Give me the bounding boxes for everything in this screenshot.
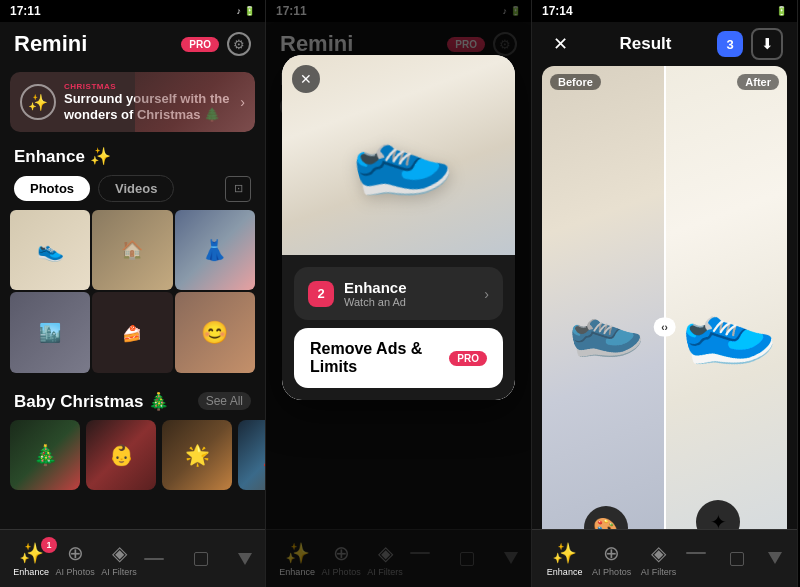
recents-btn-1[interactable]: [194, 552, 208, 566]
status-time-1: 17:11: [10, 4, 41, 18]
enhance-nav-label-1: Enhance: [13, 567, 49, 577]
battery-icon-3: 🔋: [776, 6, 787, 16]
recents-btn-3[interactable]: [730, 552, 744, 566]
music-icon: ♪: [237, 6, 242, 16]
status-bar-1: 17:11 ♪ 🔋: [0, 0, 265, 22]
before-shoe-image: 👟: [559, 283, 648, 369]
result-header: ✕ Result 3 ⬇: [532, 22, 797, 66]
ai-filters-nav-label-3: AI Filters: [641, 567, 677, 577]
baby-header-1: Baby Christmas 🎄 See All: [0, 383, 265, 416]
photo-thumb-black[interactable]: [92, 292, 172, 372]
header-right-1: PRO ⚙: [181, 32, 251, 56]
nav-enhance-3[interactable]: ✨ Enhance: [547, 541, 583, 577]
panel-3-result: 17:14 🔋 ✕ Result 3 ⬇ Before 👟 After 👟 ‹›…: [532, 0, 798, 587]
photo-thumb-selfie[interactable]: [175, 292, 255, 372]
baby-thumb-1[interactable]: [10, 420, 80, 490]
battery-icon: 🔋: [244, 6, 255, 16]
photos-pill[interactable]: Photos: [14, 176, 90, 201]
result-title: Result: [620, 34, 672, 54]
remove-ads-pro-badge: PRO: [449, 351, 487, 366]
enhance-action-title: Enhance: [344, 279, 474, 296]
status-icons-1: ♪ 🔋: [237, 6, 256, 16]
modal-actions: 2 Enhance Watch an Ad › Remove Ads &Limi…: [282, 255, 515, 400]
monitor-icon[interactable]: ⊡: [225, 176, 251, 202]
nav-ai-photos-3[interactable]: ⊕ AI Photos: [592, 541, 631, 577]
after-label: After: [737, 74, 779, 90]
enhance-nav-label-3: Enhance: [547, 567, 583, 577]
enhance-action-sub: Watch an Ad: [344, 296, 474, 308]
enhance-arrow-icon: ›: [484, 286, 489, 302]
nav-badge-1: 1: [41, 537, 57, 553]
status-bar-3: 17:14 🔋: [532, 0, 797, 22]
baby-grid-1: [0, 416, 265, 494]
ai-photos-nav-label-3: AI Photos: [592, 567, 631, 577]
home-gesture-1: [144, 558, 164, 560]
remove-ads-btn[interactable]: Remove Ads &Limits PRO: [294, 328, 503, 388]
ai-photos-nav-icon-3: ⊕: [603, 541, 620, 565]
settings-icon-1[interactable]: ⚙: [227, 32, 251, 56]
result-header-btns: 3 ⬇: [717, 28, 783, 60]
enhance-header-1: Enhance ✨: [0, 138, 265, 171]
back-btn-3[interactable]: [768, 552, 782, 564]
ai-filters-nav-icon-1: ◈: [112, 541, 127, 565]
banner-bg-1: [135, 72, 255, 132]
baby-emoji-icon: 🎄: [148, 392, 169, 411]
home-gesture-3: [686, 552, 706, 554]
panel-2-modal: 17:11 ♪ 🔋 Remini PRO ⚙ En P ✕ 👟: [266, 0, 532, 587]
modal-close-btn[interactable]: ✕: [292, 65, 320, 93]
photo-thumb-shoe[interactable]: [10, 210, 90, 290]
nav-ai-photos-1[interactable]: ⊕ AI Photos: [56, 541, 95, 577]
see-all-btn[interactable]: See All: [198, 392, 251, 410]
shoe-image: 👟: [338, 97, 459, 214]
bottom-nav-3: ✨ Enhance ⊕ AI Photos ◈ AI Filters: [532, 529, 797, 587]
before-label: Before: [550, 74, 601, 90]
ai-filters-nav-icon-3: ◈: [651, 541, 666, 565]
enhance-nav-icon-3: ✨: [552, 541, 577, 565]
baby-section-1: Baby Christmas 🎄 See All: [0, 377, 265, 494]
ai-filters-nav-label-1: AI Filters: [101, 567, 137, 577]
banner-1[interactable]: ✨ CHRISTMAS Surround yourself with the w…: [10, 72, 255, 132]
nav-ai-filters-3[interactable]: ◈ AI Filters: [641, 541, 677, 577]
result-close-btn[interactable]: ✕: [546, 30, 574, 58]
enhance-modal: ✕ 👟 2 Enhance Watch an Ad › Remove Ads &…: [282, 55, 515, 400]
photo-grid-1: [0, 206, 265, 377]
enhance-nav-icon-1: ✨: [19, 541, 44, 565]
videos-pill[interactable]: Videos: [98, 175, 174, 202]
banner-icon-1: ✨: [20, 84, 56, 120]
ba-handle[interactable]: ‹›: [653, 317, 676, 336]
app-header-1: Remini PRO ⚙: [0, 22, 265, 66]
photo-thumb-gray[interactable]: [10, 292, 90, 372]
app-title-1: Remini: [14, 31, 87, 57]
enhance-title-1: Enhance ✨: [14, 146, 111, 167]
system-bar-3: [686, 552, 782, 566]
pro-badge-1[interactable]: PRO: [181, 37, 219, 52]
baby-title-1: Baby Christmas 🎄: [14, 391, 169, 412]
system-bar-1: [144, 550, 252, 568]
status-time-3: 17:14: [542, 4, 573, 18]
download-btn[interactable]: ⬇: [751, 28, 783, 60]
baby-thumb-3[interactable]: [162, 420, 232, 490]
sparkle-icon-1: ✨: [90, 147, 111, 166]
back-btn-1[interactable]: [238, 553, 252, 565]
toggle-row-1: Photos Videos ⊡: [0, 171, 265, 206]
nav-ai-filters-1[interactable]: ◈ AI Filters: [101, 541, 137, 577]
ai-photos-nav-icon-1: ⊕: [67, 541, 84, 565]
nav-enhance-1[interactable]: ✨ Enhance 1: [13, 541, 49, 577]
baby-thumb-4[interactable]: [238, 420, 265, 490]
ai-photos-nav-label-1: AI Photos: [56, 567, 95, 577]
status-icons-3: 🔋: [776, 6, 787, 16]
after-shoe-image: 👟: [669, 272, 783, 381]
enhance-watch-ad-btn[interactable]: 2 Enhance Watch an Ad ›: [294, 267, 503, 320]
bottom-nav-1: ✨ Enhance 1 ⊕ AI Photos ◈ AI Filters: [0, 529, 265, 587]
panel-1-home: 17:11 ♪ 🔋 Remini PRO ⚙ ✨ CHRISTMAS Surro…: [0, 0, 266, 587]
result-count-badge: 3: [717, 31, 743, 57]
enhance-action-text: Enhance Watch an Ad: [344, 279, 474, 308]
baby-thumb-2[interactable]: [86, 420, 156, 490]
remove-ads-text: Remove Ads &Limits: [310, 340, 422, 376]
enhance-count-badge: 2: [308, 281, 334, 307]
photo-thumb-kitchen[interactable]: [92, 210, 172, 290]
photo-thumb-fashion[interactable]: [175, 210, 255, 290]
